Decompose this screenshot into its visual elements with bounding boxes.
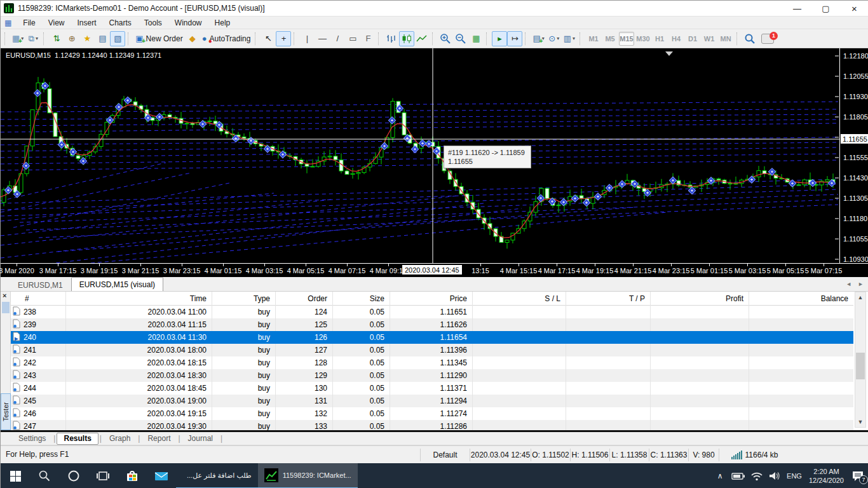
expert-advisors-button[interactable]: ◆ (185, 31, 200, 46)
new-order-button[interactable]: ▣+New Order (133, 31, 184, 46)
column-header-balance[interactable]: Balance (749, 292, 853, 306)
profiles-button[interactable]: ⧉▾ (25, 31, 41, 46)
column-header-time[interactable]: Time (65, 292, 212, 306)
favorites-button[interactable]: ★ (79, 31, 95, 46)
table-row[interactable]: 2472020.03.04 19:30buy1330.051.11286 (11, 420, 853, 430)
strategy-tester-button[interactable]: ▧ (110, 31, 125, 46)
menu-item-charts[interactable]: Charts (103, 17, 138, 29)
timeframe-m30-button[interactable]: M30 (635, 32, 651, 46)
navigator-button[interactable]: ⊕ (64, 31, 79, 46)
close-button[interactable]: × (840, 1, 868, 16)
table-row[interactable]: 2452020.03.04 19:00buy1310.051.11294 (11, 395, 853, 407)
store-icon[interactable] (118, 463, 147, 488)
mail-icon[interactable] (147, 463, 176, 488)
tester-close-button[interactable]: × (3, 292, 6, 299)
chrome-taskbar-button[interactable]: طلب اضافة فلتر عل... (176, 463, 258, 488)
scroll-up-icon[interactable]: ▲ (855, 292, 865, 302)
timeframe-m15-button[interactable]: M15 (619, 32, 634, 46)
scroll-thumb[interactable] (856, 353, 865, 379)
maximize-button[interactable]: ▢ (811, 1, 840, 16)
data-window-button[interactable]: ▤ (95, 31, 110, 46)
action-center-icon[interactable]: 7 (851, 463, 865, 488)
chart-tab-eurusd-m15-visual-[interactable]: EURUSD,M15 (visual) (71, 277, 163, 291)
timeframe-d1-button[interactable]: D1 (685, 32, 700, 46)
tile-windows-button[interactable]: ▦ (468, 31, 484, 46)
timeframe-m1-button[interactable]: M1 (586, 32, 601, 46)
chart-area[interactable]: EURUSD,M15 1.12429 1.12440 1.12349 1.123… (1, 48, 868, 277)
menu-item-tools[interactable]: Tools (138, 17, 168, 29)
new-chart-button[interactable]: ▦+▾ (10, 31, 25, 46)
vertical-line-button[interactable]: | (299, 31, 315, 46)
table-row[interactable]: 2462020.03.04 19:15buy1320.051.11274 (11, 407, 853, 420)
tray-chevron-up-icon[interactable]: ∧ (713, 463, 727, 488)
bar-chart-button[interactable] (384, 31, 399, 46)
periods-button[interactable]: ⊙▾ (546, 31, 562, 46)
column-header-size[interactable]: Size (332, 292, 390, 306)
tester-tab-report[interactable]: Report (141, 433, 177, 445)
timeframe-w1-button[interactable]: W1 (702, 32, 717, 46)
cortana-icon[interactable] (59, 463, 88, 488)
column-header-price[interactable]: Price (390, 292, 472, 306)
start-button[interactable] (1, 463, 30, 488)
mt4-taskbar-button[interactable]: 11598239: ICMarket... (258, 463, 358, 488)
trendline-button[interactable]: / (330, 31, 345, 46)
column-header-#[interactable]: # (11, 292, 65, 306)
table-row[interactable]: 2432020.03.04 18:30buy1290.051.11290 (11, 369, 853, 382)
notifications-button[interactable]: 1 (761, 34, 774, 44)
zoom-out-button[interactable] (453, 31, 468, 46)
cursor-button[interactable]: ↖ (261, 31, 276, 46)
table-row[interactable]: 2402020.03.04 11:30buy1260.051.11654 (11, 331, 853, 344)
column-header-type[interactable]: Type (212, 292, 275, 306)
toolbar-search-button[interactable] (742, 31, 757, 46)
column-header-profit[interactable]: Profit (650, 292, 749, 306)
timeframe-mn-button[interactable]: MN (718, 32, 733, 46)
menu-item-view[interactable]: View (42, 17, 71, 29)
tester-tab-results[interactable]: Results (57, 433, 98, 445)
language-indicator[interactable]: ENG (787, 463, 802, 488)
autotrading-button[interactable]: ●●AutoTrading (200, 31, 253, 46)
scroll-down-icon[interactable]: ▼ (855, 417, 865, 427)
line-chart-button[interactable] (414, 31, 430, 46)
table-row[interactable]: 2412020.03.04 18:00buy1270.051.11396 (11, 344, 853, 356)
menu-item-window[interactable]: Window (168, 17, 208, 29)
chart-shift-button[interactable]: ↦ (507, 31, 522, 46)
menu-item-insert[interactable]: Insert (71, 17, 102, 29)
table-row[interactable]: 2392020.03.04 11:15buy1250.051.11626 (11, 318, 853, 331)
column-header-sl[interactable]: S / L (472, 292, 566, 306)
battery-icon[interactable] (731, 463, 745, 488)
tester-tab-settings[interactable]: Settings (12, 433, 52, 445)
table-row[interactable]: 2422020.03.04 18:15buy1280.051.11345 (11, 356, 853, 369)
templates-button[interactable]: ▥▾ (562, 31, 577, 46)
chart-tab-eurusd-m1[interactable]: EURUSD,M1 (10, 278, 71, 291)
results-table-header[interactable]: #TimeTypeOrderSizePriceS / LT / PProfitB… (11, 292, 853, 306)
column-header-tp[interactable]: T / P (566, 292, 650, 306)
minimize-button[interactable]: — (783, 1, 811, 16)
auto-scroll-button[interactable]: ▸ (492, 31, 507, 46)
candlestick-chart[interactable] (1, 48, 839, 263)
table-scrollbar[interactable]: ▲ ▼ (855, 292, 866, 428)
tester-tab-journal[interactable]: Journal (182, 433, 219, 445)
tester-vertical-tab[interactable]: Tester (1, 393, 11, 430)
table-row[interactable]: 2382020.03.04 11:00buy1240.051.11651 (11, 306, 853, 318)
rectangle-button[interactable]: ▭ (345, 31, 360, 46)
wifi-icon[interactable] (750, 463, 764, 488)
menu-item-help[interactable]: Help (208, 17, 237, 29)
speaker-icon[interactable] (768, 463, 782, 488)
taskbar-clock[interactable]: 2:20 AM12/24/2020 (806, 467, 846, 485)
menu-item-file[interactable]: File (17, 17, 41, 29)
tab-scroll-left-icon[interactable]: ◄ (846, 281, 851, 287)
crosshair-button[interactable]: + (276, 31, 291, 46)
market-watch-button[interactable]: ⇅ (49, 31, 64, 46)
column-header-order[interactable]: Order (275, 292, 332, 306)
timeframe-h4-button[interactable]: H4 (668, 32, 684, 46)
timeframe-h1-button[interactable]: H1 (652, 32, 667, 46)
fibonacci-button[interactable]: F (360, 31, 376, 46)
zoom-in-button[interactable] (438, 31, 453, 46)
tester-tab-graph[interactable]: Graph (103, 433, 137, 445)
task-view-icon[interactable] (88, 463, 118, 488)
tab-scroll-right-icon[interactable]: ► (858, 281, 864, 287)
table-row[interactable]: 2442020.03.04 18:45buy1300.051.11371 (11, 382, 853, 395)
indicators-button[interactable]: ▤+▾ (531, 31, 546, 46)
timeframe-m5-button[interactable]: M5 (602, 32, 618, 46)
candle-chart-button[interactable] (399, 31, 414, 46)
